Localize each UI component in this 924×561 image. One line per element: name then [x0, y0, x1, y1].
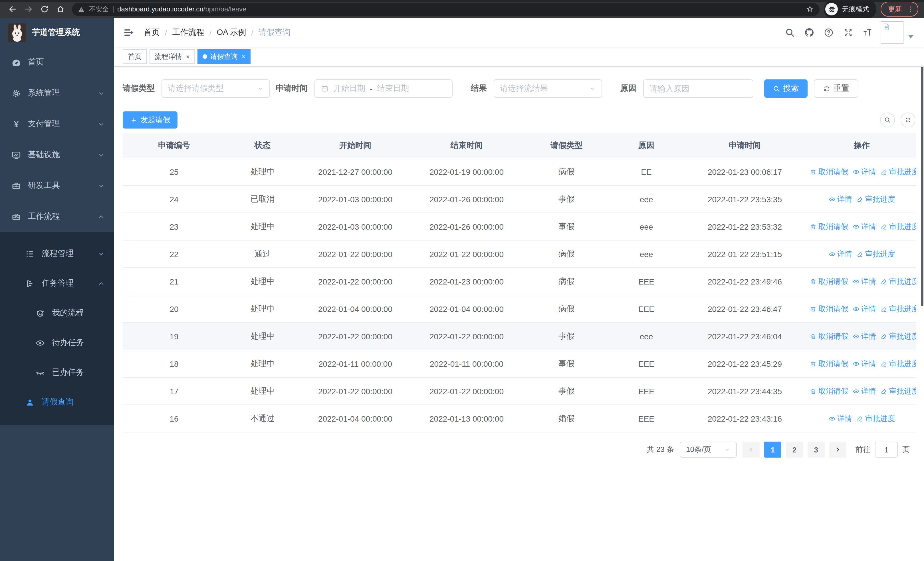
page-size-value: 10条/页 [686, 444, 711, 455]
back-icon[interactable] [8, 5, 17, 14]
dashboard-icon [11, 57, 21, 67]
url-bar[interactable]: 不安全 dashboard.yudao.iocoder.cn/bpm/oa/le… [72, 3, 819, 16]
bookmark-star-icon[interactable] [806, 5, 814, 13]
breadcrumb-item[interactable]: 首页 [144, 27, 160, 38]
action-detail[interactable]: 详情 [853, 304, 876, 314]
cell-reason: EEE [610, 268, 682, 295]
create-leave-button[interactable]: 发起请假 [123, 111, 177, 129]
action-detail[interactable]: 详情 [853, 167, 876, 177]
action-detail[interactable]: 详情 [829, 194, 852, 204]
action-cancel[interactable]: 取消请假 [810, 276, 848, 286]
search-icon[interactable] [785, 27, 795, 38]
action-label: 详情 [861, 331, 876, 341]
prev-page-button[interactable] [742, 442, 760, 457]
action-detail[interactable]: 详情 [829, 413, 852, 424]
sidebar-item-process-management[interactable]: 流程管理 [0, 239, 114, 269]
action-progress[interactable]: 审批进度 [880, 221, 916, 232]
update-button[interactable]: 更新 [880, 2, 918, 17]
eye-icon [35, 338, 45, 347]
cell-type: 婚假 [522, 405, 610, 432]
start-date-placeholder[interactable]: 开始日期 [333, 83, 365, 94]
page-2-button[interactable]: 2 [786, 442, 803, 457]
tab-home[interactable]: 首页 [123, 49, 147, 64]
action-detail[interactable]: 详情 [853, 358, 876, 369]
sidebar-item-done-tasks[interactable]: 已办任务 [0, 358, 114, 387]
breadcrumb-item[interactable]: 工作流程 [172, 27, 204, 38]
sidebar-item-system-management[interactable]: 系统管理 [0, 78, 114, 108]
action-progress[interactable]: 审批进度 [880, 276, 916, 286]
result-select[interactable]: 请选择流结果 [494, 80, 602, 98]
action-detail[interactable]: 详情 [853, 276, 876, 286]
goto-page-input[interactable] [875, 442, 898, 457]
sidebar-item-workflow[interactable]: 工作流程 [0, 201, 114, 232]
action-cancel[interactable]: 取消请假 [810, 386, 848, 396]
action-progress[interactable]: 审批进度 [856, 249, 895, 259]
incognito-label: 无痕模式 [842, 4, 869, 14]
end-date-placeholder[interactable]: 结束日期 [377, 83, 409, 94]
action-cancel[interactable]: 取消请假 [810, 331, 848, 341]
tab-process-detail[interactable]: 流程详情× [150, 49, 195, 64]
reason-input[interactable] [643, 80, 753, 98]
page-size-select[interactable]: 10条/页 [680, 442, 737, 457]
sidebar-item-infrastructure[interactable]: 基础设施 [0, 139, 114, 170]
sidebar-item-my-process[interactable]: 我的流程 [0, 298, 114, 328]
font-size-icon[interactable] [862, 27, 873, 38]
action-cancel[interactable]: 取消请假 [810, 167, 848, 177]
action-detail[interactable]: 详情 [853, 386, 876, 396]
close-icon[interactable]: × [242, 53, 245, 60]
pen-icon [880, 223, 888, 230]
leave-type-select[interactable]: 请选择请假类型 [162, 80, 270, 98]
sidebar-item-leave-query[interactable]: 请假查询 [0, 387, 114, 417]
action-progress[interactable]: 审批进度 [880, 304, 916, 314]
help-icon[interactable] [824, 27, 834, 38]
action-detail[interactable]: 详情 [829, 249, 852, 259]
cell-applied: 2022-01-22 23:43:16 [682, 405, 808, 432]
home-icon[interactable] [56, 5, 65, 14]
action-progress[interactable]: 审批进度 [880, 386, 916, 396]
sidebar-item-home[interactable]: 首页 [0, 47, 114, 78]
cell-id: 20 [123, 295, 225, 322]
page-1-button[interactable]: 1 [764, 442, 782, 457]
breadcrumb-item[interactable]: OA 示例 [217, 27, 246, 38]
sidebar-item-payment-management[interactable]: 支付管理 [0, 108, 114, 139]
forward-icon[interactable] [24, 5, 33, 14]
close-icon[interactable]: × [186, 53, 190, 60]
reset-button[interactable]: 重置 [814, 80, 858, 98]
action-cancel[interactable]: 取消请假 [810, 304, 848, 314]
tab-leave-query[interactable]: 请假查询× [198, 49, 250, 64]
action-cancel[interactable]: 取消请假 [810, 221, 848, 232]
cell-reason: eee [610, 185, 682, 213]
apply-time-range[interactable]: 开始日期 - 结束日期 [315, 80, 453, 98]
action-label: 取消请假 [818, 304, 848, 314]
tab-label: 首页 [128, 52, 141, 62]
browser-menu-icon[interactable] [906, 5, 914, 13]
search-button[interactable]: 搜索 [764, 80, 808, 98]
action-cancel[interactable]: 取消请假 [810, 358, 848, 369]
next-page-button[interactable] [829, 442, 846, 457]
sidebar-item-dev-tools[interactable]: 研发工具 [0, 170, 114, 201]
sidebar-logo[interactable]: 芋道管理系统 [0, 18, 114, 47]
sidebar-toggle-icon[interactable] [123, 27, 135, 38]
user-avatar[interactable] [880, 21, 914, 44]
url-path: /bpm/oa/leave [204, 5, 246, 13]
sidebar-item-task-management[interactable]: 任务管理 [0, 269, 114, 298]
sidebar-item-todo-tasks[interactable]: 待办任务 [0, 328, 114, 358]
action-detail[interactable]: 详情 [853, 331, 876, 341]
action-progress[interactable]: 审批进度 [880, 331, 916, 341]
action-progress[interactable]: 审批进度 [856, 413, 895, 424]
cell-reason: eee [610, 240, 682, 268]
github-icon[interactable] [804, 27, 814, 38]
sidebar-item-label: 请假查询 [42, 397, 74, 407]
reload-icon[interactable] [40, 5, 49, 14]
fullscreen-icon[interactable] [843, 27, 853, 38]
show-search-button[interactable] [880, 113, 895, 127]
cell-type: 病假 [522, 158, 610, 185]
table-refresh-button[interactable] [901, 113, 915, 127]
action-progress[interactable]: 审批进度 [880, 358, 916, 369]
page-3-button[interactable]: 3 [808, 442, 825, 457]
gear-icon [11, 88, 21, 98]
filter-bar: 请假类型 请选择请假类型 申请时间 开始日期 - 结束日期 [123, 80, 915, 98]
action-progress[interactable]: 审批进度 [880, 167, 916, 177]
action-detail[interactable]: 详情 [853, 221, 876, 232]
action-progress[interactable]: 审批进度 [856, 194, 895, 204]
